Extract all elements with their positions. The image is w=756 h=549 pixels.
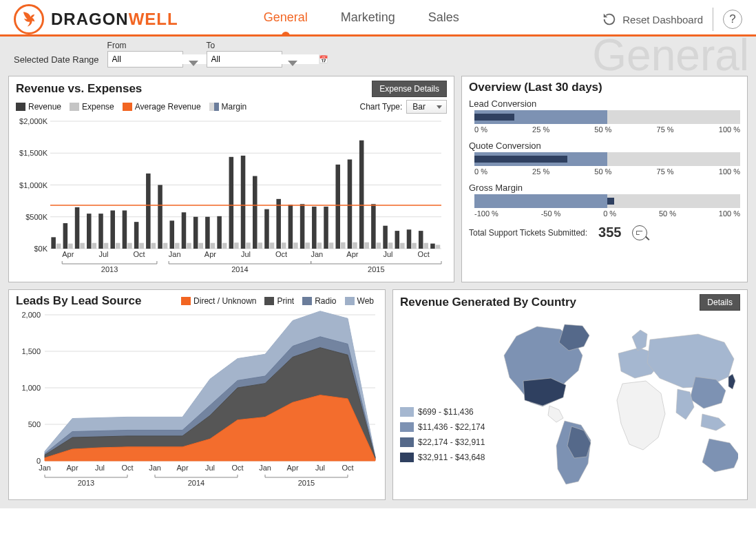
svg-text:2014: 2014	[231, 265, 248, 273]
from-date-field[interactable]	[108, 54, 220, 64]
help-button[interactable]: ?	[723, 10, 742, 29]
calendar-icon[interactable]: 📅	[319, 55, 328, 64]
svg-rect-13	[68, 244, 73, 249]
from-date-input[interactable]: 📅	[107, 51, 183, 68]
svg-rect-46	[264, 209, 269, 249]
svg-text:Apr: Apr	[204, 250, 216, 258]
svg-rect-73	[423, 243, 428, 249]
brand-text: DRAGONWELL	[51, 10, 178, 29]
svg-rect-20	[110, 211, 115, 249]
svg-rect-10	[51, 237, 56, 249]
reset-icon	[602, 12, 617, 27]
leads-area-chart: 05001,0001,5002,000JanAprJulOctJanAprJul…	[16, 311, 379, 490]
svg-text:$1,000K: $1,000K	[19, 181, 48, 189]
overview-metric: Gross Margin-100 %-50 %0 %50 %100 %	[469, 183, 740, 218]
svg-text:Apr: Apr	[66, 464, 78, 472]
panel-title: Leads By Lead Source	[16, 294, 141, 308]
svg-rect-39	[222, 243, 227, 249]
svg-rect-28	[158, 185, 162, 249]
svg-rect-53	[305, 242, 310, 249]
svg-rect-47	[270, 242, 275, 249]
panel-revenue-by-country: Revenue Generated By Country Details $69…	[392, 289, 748, 500]
overview-metric: Quote Conversion0 %25 %50 %75 %100 %	[469, 141, 740, 176]
panel-title: Overview (Last 30 days)	[469, 81, 740, 94]
swatch-web-icon	[345, 297, 355, 305]
chevron-down-icon[interactable]	[189, 61, 198, 66]
chevron-down-icon[interactable]	[288, 61, 297, 66]
to-label: To	[207, 41, 282, 50]
chart-icon: ⫍	[636, 229, 643, 236]
svg-rect-25	[139, 243, 144, 249]
svg-rect-58	[335, 165, 340, 249]
app-header: DRAGONWELL General Marketing Sales Reset…	[0, 0, 756, 37]
svg-rect-34	[193, 217, 198, 249]
svg-rect-69	[400, 243, 405, 249]
panel-leads-by-source: Leads By Lead Source Direct / Unknown Pr…	[8, 289, 386, 500]
svg-text:$0K: $0K	[34, 245, 48, 253]
main-nav: General Marketing Sales	[261, 5, 462, 34]
swatch-icon	[400, 453, 414, 462]
svg-rect-44	[253, 176, 258, 249]
svg-text:Apr: Apr	[62, 250, 74, 258]
svg-rect-59	[341, 242, 346, 249]
metric-label: Gross Margin	[469, 183, 740, 193]
map-details-button[interactable]: Details	[700, 294, 740, 311]
svg-rect-56	[324, 207, 328, 249]
chart-type-select[interactable]: Bar	[406, 100, 447, 114]
svg-text:2015: 2015	[298, 479, 315, 487]
svg-text:Jul: Jul	[205, 464, 215, 472]
nav-sales[interactable]: Sales	[426, 5, 462, 34]
svg-text:Jul: Jul	[241, 250, 251, 258]
svg-rect-23	[127, 243, 132, 249]
world-map[interactable]	[490, 318, 738, 490]
svg-rect-66	[383, 226, 388, 249]
svg-rect-57	[329, 242, 334, 249]
svg-rect-15	[80, 243, 85, 249]
svg-text:$500K: $500K	[25, 213, 48, 221]
svg-rect-22	[123, 211, 127, 249]
metric-scale: 0 %25 %50 %75 %100 %	[474, 167, 740, 176]
svg-rect-18	[98, 214, 103, 249]
svg-text:Jan: Jan	[259, 464, 271, 472]
svg-text:Oct: Oct	[342, 464, 353, 472]
expense-details-button[interactable]: Expense Details	[372, 81, 447, 97]
svg-rect-14	[75, 207, 80, 249]
to-date-group: To 📅	[207, 41, 297, 68]
svg-text:500: 500	[28, 420, 41, 428]
svg-text:Apr: Apr	[346, 250, 358, 258]
reset-dashboard-button[interactable]: Reset Dashboard	[602, 12, 703, 27]
svg-rect-38	[217, 216, 222, 249]
to-date-input[interactable]: 📅	[207, 51, 282, 68]
svg-rect-63	[364, 242, 369, 249]
swatch-icon	[400, 437, 414, 447]
svg-text:$1,500K: $1,500K	[19, 149, 48, 157]
nav-marketing[interactable]: Marketing	[338, 5, 398, 34]
metric-scale: 0 %25 %50 %75 %100 %	[474, 125, 740, 134]
overview-metric: Lead Conversion0 %25 %50 %75 %100 %	[469, 99, 740, 134]
svg-text:Oct: Oct	[275, 250, 287, 258]
svg-rect-16	[87, 214, 92, 249]
to-date-field[interactable]	[207, 54, 319, 64]
divider	[713, 8, 713, 31]
svg-rect-26	[146, 174, 151, 249]
svg-text:Oct: Oct	[121, 464, 133, 472]
bullet-chart	[474, 110, 740, 124]
svg-text:Jan: Jan	[311, 250, 323, 258]
svg-text:Jan: Jan	[149, 464, 161, 472]
tickets-value: 355	[598, 225, 621, 240]
nav-general[interactable]: General	[261, 5, 311, 34]
svg-rect-24	[134, 222, 139, 249]
svg-rect-72	[419, 231, 423, 249]
svg-text:Jul: Jul	[384, 250, 393, 258]
svg-rect-61	[353, 242, 357, 249]
tickets-label: Total Support Tickets Submitted:	[469, 228, 587, 238]
svg-text:2014: 2014	[188, 479, 204, 487]
tickets-detail-button[interactable]: ⫍	[632, 225, 647, 240]
svg-rect-48	[276, 199, 281, 249]
svg-rect-40	[229, 157, 234, 249]
svg-text:2013: 2013	[78, 479, 94, 487]
svg-text:Jul: Jul	[95, 464, 105, 472]
svg-rect-60	[348, 160, 353, 249]
svg-rect-37	[211, 243, 216, 249]
svg-rect-68	[395, 231, 400, 249]
